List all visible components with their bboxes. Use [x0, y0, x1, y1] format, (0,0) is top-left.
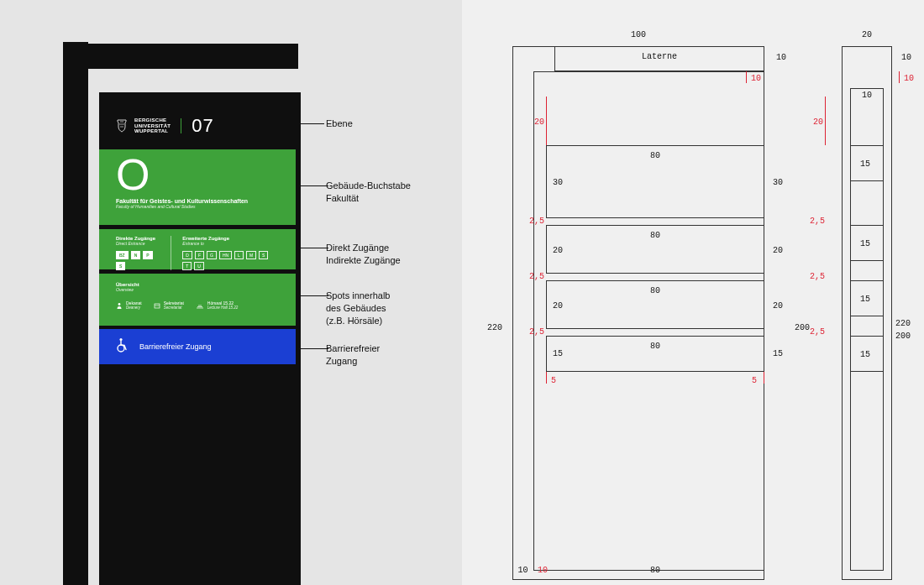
- tick: [746, 71, 747, 83]
- badge: U: [194, 262, 204, 270]
- tick: [764, 372, 764, 384]
- technical-drawing-panel: Laterne 100 20 10 10 10 10 10 20 20 2,5: [462, 0, 924, 585]
- direct-access-subtitle: Direct Entrance: [116, 241, 159, 246]
- dim-b1-h: 30: [553, 178, 563, 187]
- badge: S: [259, 251, 268, 259]
- spot-label-en: Secretariat: [164, 306, 184, 310]
- dim-r4-h: 15: [773, 349, 783, 358]
- dim-s3: 15: [860, 295, 870, 304]
- dim-b1-w: 80: [546, 151, 764, 160]
- badge: BZ: [116, 251, 129, 259]
- badge: G: [207, 251, 217, 259]
- dim-side-inner-top: 10: [850, 91, 884, 100]
- header-divider: [181, 118, 181, 133]
- building-faculty-block: O Fakultät für Geistes- und Kulturwissen…: [99, 149, 296, 225]
- callout-spots: Spots innerhalb des Gebäudes (z.B. Hörsä…: [326, 290, 390, 327]
- dim-b4-w: 80: [546, 342, 764, 351]
- dim-b3-h: 20: [553, 301, 563, 311]
- tick: [546, 372, 547, 384]
- mockup-panel: BERGISCHEUNIVERSITÄTWUPPERTAL 07 O Fakul…: [0, 0, 462, 585]
- building-letter: O: [99, 149, 296, 196]
- access-block: Direkte Zugänge Direct Entrance BZ N P S…: [99, 229, 296, 269]
- callout-ebene: Ebene: [326, 118, 353, 130]
- dim-b4-h: 15: [553, 349, 563, 358]
- spot-item: Hörsaal 15.22Lecture Hall 15.22: [196, 300, 239, 310]
- dim-side-inner-h: 200: [895, 332, 911, 341]
- direct-access-column: Direkte Zugänge Direct Entrance BZ N P S: [116, 236, 159, 270]
- dim-s4: 15: [860, 350, 870, 359]
- secretariat-icon: [154, 302, 160, 309]
- dim-red-g2: 2,5: [529, 272, 544, 281]
- dim-r2-h: 20: [773, 246, 783, 255]
- faculty-name-en: Faculty of Humanities and Cultural Studi…: [99, 204, 296, 209]
- badge: T: [182, 262, 192, 270]
- dim-r3-h: 20: [773, 301, 783, 311]
- dim-s2: 15: [860, 239, 870, 248]
- dim-red-side-margin: 10: [904, 74, 914, 83]
- badge: HN: [219, 251, 232, 259]
- direct-badges: BZ N P S: [116, 251, 159, 270]
- dim-red-margin: 10: [751, 74, 761, 83]
- deanery-icon: [116, 302, 123, 309]
- dim-s1: 15: [860, 159, 870, 169]
- dim-side-w: 20: [842, 30, 892, 39]
- callout-barrierefrei: Barrierefreier Zugang: [326, 342, 380, 368]
- dim-red-5-r: 5: [752, 376, 757, 385]
- dim-b3-w: 80: [546, 286, 764, 295]
- dim-r1-h: 30: [773, 178, 783, 187]
- dim-red-top-gap: 20: [534, 118, 544, 127]
- badge: F: [195, 251, 204, 259]
- dim-red-sg2: 2,5: [810, 272, 825, 281]
- dim-outer-w: 100: [512, 30, 764, 39]
- extended-access-subtitle: Entrance to: [182, 241, 279, 246]
- dim-red-g1: 2,5: [529, 217, 544, 226]
- faculty-name: Fakultät für Geistes- und Kulturwissensc…: [99, 196, 296, 204]
- dim-red-top-gap-2: 20: [813, 118, 823, 127]
- lecture-hall-icon: [196, 302, 204, 309]
- pylon-header: BERGISCHEUNIVERSITÄTWUPPERTAL 07: [116, 111, 284, 141]
- callout-zugaenge: Direkt Zugänge Indirekte Zugänge: [326, 242, 401, 267]
- dim-side-gap: 10: [894, 53, 919, 62]
- svg-rect-1: [155, 304, 160, 308]
- svg-point-3: [118, 345, 124, 352]
- spot-item: SekretariatSecretariat: [154, 300, 184, 310]
- level-number: 07: [192, 115, 213, 137]
- dim-red-sg3: 2,5: [810, 327, 825, 337]
- dim-red-sg1: 2,5: [810, 217, 825, 226]
- overview-block: Übersicht Overview DekanatDeanery Sekret…: [99, 274, 296, 326]
- dim-red-5-l: 5: [551, 376, 556, 385]
- tick: [825, 97, 826, 145]
- accessible-entrance-block: Barrierefreier Zugang: [99, 329, 296, 364]
- dim-inner-h: 200: [795, 323, 810, 332]
- badge: M: [246, 251, 256, 259]
- support-beam-horizontal: [63, 44, 298, 69]
- lantern-label: Laterne: [554, 52, 764, 61]
- svg-point-0: [118, 303, 121, 306]
- dim-gap-right: 10: [769, 53, 794, 62]
- badge: N: [131, 251, 141, 259]
- university-crest-icon: [116, 119, 128, 133]
- callout-gebaeude: Gebäude-Buchstabe Fakultät: [326, 180, 411, 205]
- tick: [546, 97, 547, 145]
- wheelchair-icon: [116, 337, 129, 356]
- badge: S: [116, 262, 125, 270]
- spot-label-en: Deanery: [126, 306, 142, 310]
- dim-b2-h: 20: [553, 246, 563, 255]
- badge: L: [234, 251, 244, 259]
- dim-b2-w: 80: [546, 231, 764, 240]
- university-name: BERGISCHEUNIVERSITÄTWUPPERTAL: [134, 118, 171, 134]
- tick: [899, 71, 900, 83]
- dim-bottom-margin: 10: [512, 566, 533, 575]
- badge: P: [143, 251, 152, 259]
- dim-bottom-w: 80: [546, 566, 764, 575]
- dim-side-outer-h: 220: [895, 319, 911, 328]
- overview-subtitle: Overview: [116, 287, 279, 292]
- spot-label-en: Lecture Hall 15.22: [207, 306, 239, 310]
- dim-outer-h: 220: [487, 323, 502, 332]
- extended-badges: D F G HN L M S T U: [182, 251, 279, 270]
- spot-item: DekanatDeanery: [116, 300, 142, 310]
- extended-access-column: Erweiterte Zugänge Entrance to D F G HN …: [182, 236, 279, 270]
- badge: D: [182, 251, 192, 259]
- accessible-entrance-label: Barrierefreier Zugang: [139, 342, 212, 351]
- dim-red-g3: 2,5: [529, 327, 544, 337]
